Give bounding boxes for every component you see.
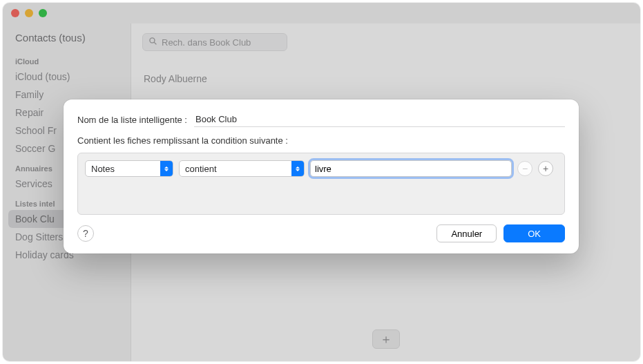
plus-icon: + [543,164,548,173]
predicate-field-select[interactable]: Notes [85,160,173,177]
question-icon: ? [83,228,88,239]
add-rule-button[interactable]: + [538,161,553,176]
predicate-value-input[interactable] [310,160,512,177]
predicate-operator-value: contient [185,164,217,174]
cancel-button[interactable]: Annuler [436,224,497,242]
predicate-field-value: Notes [91,164,115,174]
updown-chevron-icon [160,161,173,176]
condition-intro-label: Contient les fiches remplissant la condi… [77,135,565,146]
help-button[interactable]: ? [77,225,94,242]
updown-chevron-icon [291,161,304,176]
predicate-editor: Notes contient − + [77,153,565,215]
predicate-row: Notes contient − + [85,160,557,177]
ok-button[interactable]: OK [503,224,565,242]
predicate-operator-select[interactable]: contient [179,160,305,177]
remove-rule-button[interactable]: − [517,161,532,176]
smart-list-name-label: Nom de la liste intelligente : [77,115,187,125]
minus-icon: − [522,164,528,173]
smart-list-name-input[interactable] [194,112,565,127]
smart-list-sheet: Nom de la liste intelligente : Contient … [64,99,579,253]
